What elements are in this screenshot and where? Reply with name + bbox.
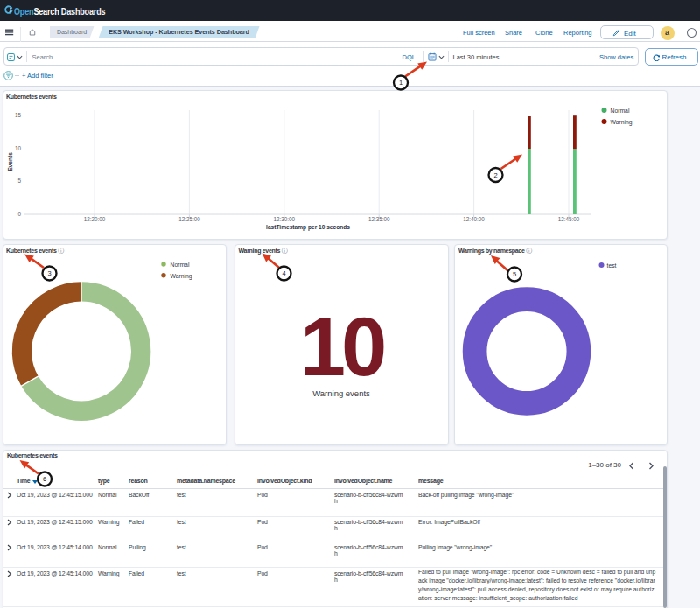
svg-text:1: 1	[399, 79, 402, 87]
svg-text:3: 3	[47, 269, 51, 277]
svg-text:2: 2	[494, 171, 497, 179]
svg-text:6: 6	[43, 475, 46, 483]
svg-text:5: 5	[513, 270, 516, 278]
svg-text:4: 4	[282, 269, 285, 277]
